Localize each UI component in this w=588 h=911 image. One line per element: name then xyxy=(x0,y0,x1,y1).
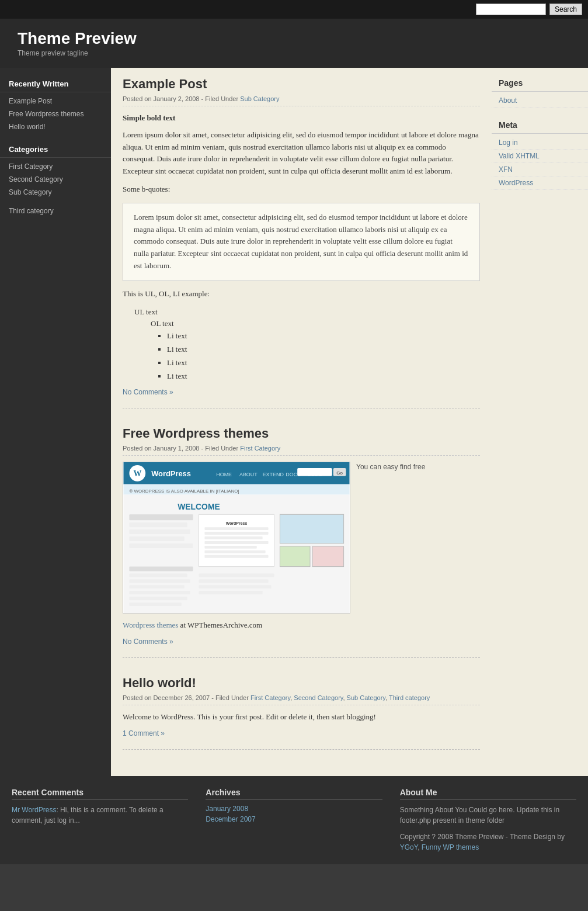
svg-rect-36 xyxy=(199,586,272,589)
post-meta-example: Posted on January 2, 2008 - Filed Under … xyxy=(123,95,480,106)
archive-jan-2008[interactable]: January 2008 xyxy=(206,805,382,813)
svg-rect-29 xyxy=(204,550,265,553)
svg-rect-42 xyxy=(129,591,190,595)
archive-dec-2007[interactable]: December 2007 xyxy=(206,815,382,823)
post-hello-world: Hello world! Posted on December 26, 2007… xyxy=(123,676,480,750)
meta-xfn-link[interactable]: XFN xyxy=(492,163,588,176)
svg-text:HOME: HOME xyxy=(216,472,232,477)
pages-about-link[interactable]: About xyxy=(492,94,588,108)
archives-title: Archives xyxy=(206,788,382,800)
svg-rect-44 xyxy=(129,602,181,606)
wp-themes-text: Wordpress themes at WPThemesArchive.com xyxy=(123,619,480,632)
sidebar-item-second-category[interactable]: Second Category xyxy=(0,173,111,186)
post-cat-first[interactable]: First Category xyxy=(250,694,290,701)
post-cat-sub[interactable]: Sub Category xyxy=(347,694,385,701)
ol-list: OL text Li text Li text Li text Li text xyxy=(134,318,480,382)
svg-text:WELCOME: WELCOME xyxy=(178,503,220,512)
main-wrapper: Recently Written Example Post Free Wordp… xyxy=(0,68,588,776)
svg-rect-27 xyxy=(204,541,268,544)
about-title: About Me xyxy=(400,788,576,800)
one-comment-link[interactable]: 1 Comment » xyxy=(123,729,480,737)
post-title-hello: Hello world! xyxy=(123,676,480,691)
post-content-example: Simple bold text Lorem ipsum dolor sit a… xyxy=(123,112,480,382)
footer-recent-comments: Recent Comments Mr WordPress: Hi, this i… xyxy=(12,788,188,826)
svg-rect-20 xyxy=(129,536,184,541)
pages-title: Pages xyxy=(492,74,588,92)
post-cat-second[interactable]: Second Category xyxy=(294,694,343,701)
meta-wordpress-link[interactable]: WordPress xyxy=(492,176,588,190)
list-item: Li text xyxy=(167,357,480,369)
sidebar-item-hello-world[interactable]: Hello world! xyxy=(0,120,111,133)
svg-text:® WORDPRESS IS ALSO AVAILABLE : ® WORDPRESS IS ALSO AVAILABLE IN [ITALIA… xyxy=(129,489,239,494)
post-content-wp-themes: W WordPress HOME ABOUT EXTEND DOCS BLOG … xyxy=(123,462,480,632)
svg-rect-19 xyxy=(129,529,190,534)
sidebar-item-first-category[interactable]: First Category xyxy=(0,160,111,173)
post-meta-wp-themes: Posted on January 1, 2008 - Filed Under … xyxy=(123,445,480,456)
svg-text:Go: Go xyxy=(336,470,343,476)
content-area: Example Post Posted on January 2, 2008 -… xyxy=(111,68,492,776)
meta-title: Meta xyxy=(492,116,588,134)
svg-rect-24 xyxy=(204,527,268,530)
svg-rect-31 xyxy=(280,515,343,544)
sidebar-item-sub-category[interactable]: Sub Category xyxy=(0,186,111,199)
svg-rect-26 xyxy=(204,536,262,539)
svg-rect-43 xyxy=(129,597,187,601)
post-category-link[interactable]: Sub Category xyxy=(240,95,279,102)
no-comments-link-wp[interactable]: No Comments » xyxy=(123,638,480,646)
about-text: Something About You Could go here. Updat… xyxy=(400,805,576,826)
search-button[interactable]: Search xyxy=(549,4,582,15)
bold-text: Simple bold text xyxy=(123,112,480,124)
svg-rect-33 xyxy=(312,546,344,567)
sidebar-item-third-category[interactable]: Third category xyxy=(0,205,111,217)
post-title-wp-themes: Free Wordpress themes xyxy=(123,426,480,441)
list-item: Li text xyxy=(167,330,480,342)
comment-author-link[interactable]: Mr WordPress xyxy=(12,806,56,814)
svg-rect-40 xyxy=(129,580,190,583)
svg-text:EXTEND: EXTEND xyxy=(263,472,284,477)
svg-rect-34 xyxy=(199,574,274,577)
copyright-text: Copyright ? 2008 Theme Preview - Theme D… xyxy=(400,832,576,853)
top-bar: Search xyxy=(0,0,588,19)
li-list: Li text Li text Li text Li text xyxy=(151,330,480,382)
sidebar-item-free-wp-themes[interactable]: Free Wordpress themes xyxy=(0,108,111,120)
site-title: Theme Preview xyxy=(18,29,570,48)
svg-text:W: W xyxy=(133,469,141,478)
funny-wp-link[interactable]: Funny WP themes xyxy=(422,843,479,851)
footer: Recent Comments Mr WordPress: Hi, this i… xyxy=(0,776,588,864)
svg-text:WordPress: WordPress xyxy=(151,469,191,478)
svg-rect-35 xyxy=(199,580,269,583)
svg-rect-32 xyxy=(280,546,310,567)
meta-login-link[interactable]: Log in xyxy=(492,136,588,150)
site-tagline: Theme preview tagline xyxy=(18,49,570,57)
svg-rect-38 xyxy=(129,567,193,571)
sidebar-item-example-post[interactable]: Example Post xyxy=(0,95,111,108)
post-category-link-wp[interactable]: First Category xyxy=(240,445,280,452)
post-cat-third[interactable]: Third category xyxy=(389,694,430,701)
recently-written-title: Recently Written xyxy=(0,74,111,92)
meta-xhtml-link[interactable]: Valid XHTML xyxy=(492,150,588,163)
ul-list: UL text OL text Li text Li text Li text … xyxy=(123,306,480,383)
svg-text:WordPress: WordPress xyxy=(226,522,248,526)
footer-about: About Me Something About You Could go he… xyxy=(400,788,576,853)
footer-archives: Archives January 2008 December 2007 xyxy=(206,788,382,826)
post-meta-hello: Posted on December 26, 2007 - Filed Unde… xyxy=(123,694,480,705)
list-item: Li text xyxy=(167,344,480,356)
wp-themes-link[interactable]: Wordpress themes xyxy=(123,621,178,629)
svg-rect-30 xyxy=(204,555,268,558)
svg-rect-39 xyxy=(129,574,187,577)
svg-rect-18 xyxy=(129,523,187,528)
site-header: Theme Preview Theme preview tagline xyxy=(0,19,588,68)
svg-text:ABOUT: ABOUT xyxy=(239,472,258,477)
svg-rect-28 xyxy=(204,546,256,549)
no-comments-link[interactable]: No Comments » xyxy=(123,388,480,396)
footer-comment: Mr WordPress: Hi, this is a comment. To … xyxy=(12,805,188,826)
svg-rect-25 xyxy=(204,532,268,535)
post-wp-themes: Free Wordpress themes Posted on January … xyxy=(123,426,480,658)
ol-text-item: OL text Li text Li text Li text Li text xyxy=(142,318,480,382)
search-input[interactable] xyxy=(476,4,546,15)
svg-rect-37 xyxy=(199,591,263,595)
left-sidebar: Recently Written Example Post Free Wordp… xyxy=(0,68,111,776)
post-content-hello: Welcome to WordPress. This is your first… xyxy=(123,711,480,723)
ygoy-link[interactable]: YGoY xyxy=(400,843,417,851)
categories-title: Categories xyxy=(0,139,111,158)
